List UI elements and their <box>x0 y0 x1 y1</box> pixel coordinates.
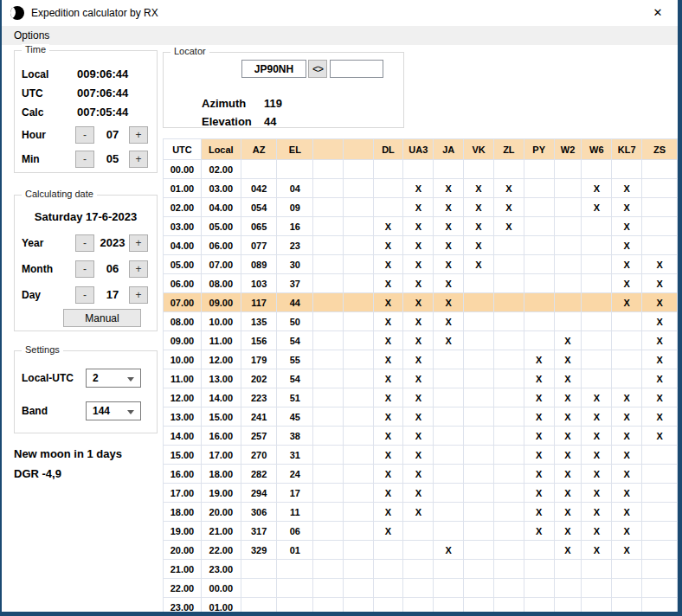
month-minus-button[interactable]: - <box>75 260 94 278</box>
table-cell: X <box>434 331 464 350</box>
swap-button[interactable]: <> <box>308 60 327 78</box>
date-string: Saturday 17-6-2023 <box>15 210 157 223</box>
min-minus-button[interactable]: - <box>75 151 94 168</box>
table-cell <box>582 598 612 616</box>
table-cell: X <box>524 350 554 369</box>
table-cell: X <box>434 236 464 255</box>
table-cell: X <box>582 465 612 484</box>
table-cell: X <box>373 331 403 350</box>
table-cell: 19.00 <box>201 484 241 503</box>
table-cell <box>554 217 582 236</box>
table-cell: X <box>582 427 612 446</box>
table-cell: X <box>524 465 554 484</box>
table-cell <box>642 236 678 255</box>
table-cell: 065 <box>241 217 277 236</box>
table-cell <box>373 579 403 598</box>
year-minus-button[interactable]: - <box>75 234 94 252</box>
locator-input[interactable] <box>241 60 306 78</box>
band-select[interactable]: 144 <box>86 401 141 420</box>
table-row: 22.0000.00 <box>164 579 678 598</box>
table-cell <box>493 255 524 274</box>
table-cell <box>343 331 373 350</box>
table-cell: X <box>373 465 403 484</box>
table-row: 01.0003.0004204XXXXXX <box>164 179 678 198</box>
table-cell: X <box>403 350 434 369</box>
close-icon[interactable]: ✕ <box>638 0 678 26</box>
manual-button[interactable]: Manual <box>63 309 141 327</box>
local-utc-select[interactable]: 2 <box>86 369 141 388</box>
table-cell: 241 <box>241 407 277 427</box>
hour-plus-button[interactable]: + <box>129 126 148 144</box>
table-cell <box>343 522 373 541</box>
table-cell <box>493 503 524 522</box>
table-cell <box>343 541 373 560</box>
min-plus-button[interactable]: + <box>129 151 148 168</box>
app-window: Expedition calculator by RX ✕ Options Ti… <box>0 0 682 616</box>
table-cell: X <box>403 427 434 446</box>
table-cell <box>373 179 403 198</box>
propagation-table: UTCLocalAZELDLUA3JAVKZLPYW2W6KL7ZS00.000… <box>163 138 678 616</box>
column-header: UA3 <box>403 139 434 160</box>
column-header: Local <box>201 139 241 160</box>
table-cell: 08.00 <box>201 274 241 293</box>
table-cell <box>343 579 373 598</box>
table-row: 15.0017.0027031XXXXXX <box>164 446 678 465</box>
table-cell <box>524 541 554 560</box>
column-header: VK <box>464 139 494 160</box>
local-time-value: 009:06:44 <box>77 67 128 80</box>
settings-groupbox: Settings Local-UTC 2 Band 144 <box>14 350 158 433</box>
table-cell: X <box>554 427 582 446</box>
table-cell: X <box>434 541 464 560</box>
table-cell <box>313 560 344 579</box>
menu-options[interactable]: Options <box>8 26 55 45</box>
table-cell: 23 <box>277 236 313 255</box>
table-cell <box>241 579 277 598</box>
table-cell: X <box>403 369 434 388</box>
locator2-input[interactable] <box>330 60 383 78</box>
table-cell: 12.00 <box>201 350 241 369</box>
hour-minus-button[interactable]: - <box>75 126 94 144</box>
table-cell <box>313 274 344 293</box>
table-cell <box>612 312 642 331</box>
month-plus-button[interactable]: + <box>129 260 148 278</box>
band-value: 144 <box>93 402 110 420</box>
chevron-down-icon <box>127 410 134 414</box>
table-cell: X <box>612 484 642 503</box>
table-row: 23.0001.00 <box>164 598 678 616</box>
table-cell <box>313 293 344 312</box>
table-row: 21.0023.00 <box>164 560 678 579</box>
table-cell: X <box>373 427 403 446</box>
day-plus-button[interactable]: + <box>129 286 148 304</box>
table-cell <box>642 179 678 198</box>
table-cell <box>241 598 277 616</box>
local-utc-label: Local-UTC <box>22 372 74 384</box>
table-cell: 19.00 <box>164 522 202 541</box>
table-cell <box>313 484 344 503</box>
table-cell <box>493 484 524 503</box>
table-cell <box>612 560 642 579</box>
time-group-label: Time <box>22 44 49 55</box>
day-minus-button[interactable]: - <box>75 286 94 304</box>
table-cell <box>582 236 612 255</box>
table-cell: 11.00 <box>201 331 241 350</box>
year-value: 2023 <box>96 236 129 249</box>
year-plus-button[interactable]: + <box>129 234 148 252</box>
table-cell: 054 <box>241 198 277 217</box>
table-cell <box>464 598 494 616</box>
table-cell: 03.00 <box>164 217 202 236</box>
table-cell: X <box>403 388 434 407</box>
table-cell: X <box>582 541 612 560</box>
column-header: ZS <box>642 139 678 160</box>
table-cell <box>434 503 464 522</box>
table-cell <box>313 407 344 427</box>
table-cell: 17.00 <box>164 484 202 503</box>
table-cell: X <box>373 484 403 503</box>
calc-time-label: Calc <box>22 106 43 119</box>
table-cell: X <box>524 446 554 465</box>
table-cell <box>343 446 373 465</box>
table-cell: 282 <box>241 465 277 484</box>
table-cell: X <box>464 255 494 274</box>
table-cell <box>434 160 464 179</box>
table-cell <box>642 522 678 541</box>
table-cell: 09 <box>277 198 313 217</box>
